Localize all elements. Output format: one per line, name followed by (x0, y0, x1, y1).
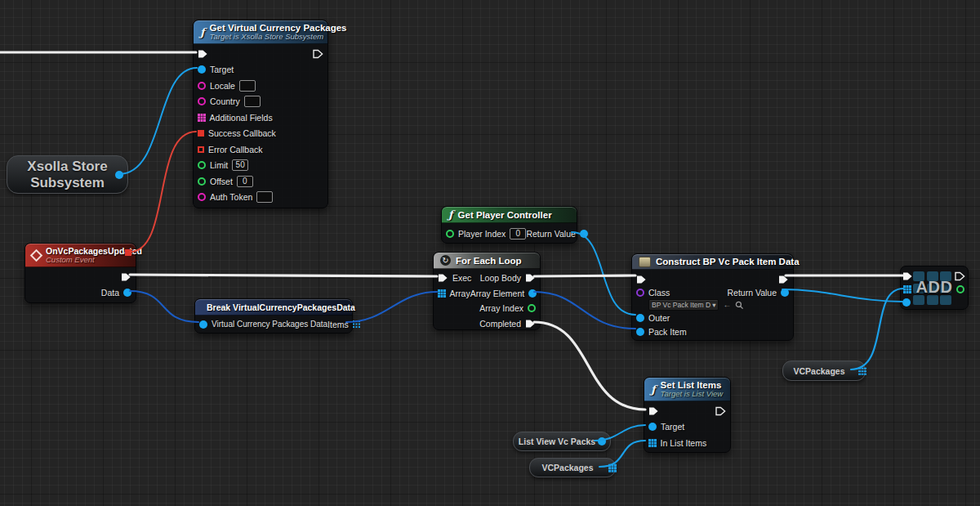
use-selected-icon[interactable]: ← (723, 301, 731, 309)
data-out-pin[interactable] (123, 289, 131, 297)
completed-exec-pin[interactable] (525, 319, 536, 329)
limit-input[interactable]: 50 (232, 159, 248, 171)
node-construct-bp-vc-pack-item-data[interactable]: Construct BP Vc Pack Item Data Class Ret… (631, 253, 794, 341)
exec-out-pin[interactable] (121, 272, 131, 282)
class-dropdown[interactable]: BP Vc Pack Item D▾ (648, 299, 719, 311)
exec-out-pin[interactable] (715, 406, 726, 416)
node-vcpackages-getter-bottom[interactable]: VCPackages (529, 458, 616, 477)
pack-item-pin[interactable] (636, 328, 644, 336)
exec-in-pin[interactable] (636, 275, 647, 284)
array-element-pin[interactable] (528, 289, 537, 298)
variable-label: VCPackages (793, 366, 844, 376)
exec-in-pin[interactable] (648, 406, 659, 416)
success-callback-delegate-pin[interactable] (198, 130, 204, 137)
variable-label: VCPackages (541, 463, 593, 472)
class-pin[interactable] (636, 289, 644, 297)
target-pin[interactable] (648, 423, 657, 431)
error-callback-delegate-pin[interactable] (198, 146, 204, 153)
node-set-list-items[interactable]: ƒ Set List Items Target is List View Tar… (644, 377, 731, 453)
wire-exec-loopbody-to-construct[interactable] (534, 275, 635, 276)
class-dropdown-value: BP Vc Pack Item D (652, 301, 710, 309)
wire-vcpackages-to-add-array[interactable] (851, 289, 903, 369)
player-index-input[interactable]: 0 (510, 228, 526, 240)
pin-label: Country (210, 96, 240, 106)
list-view-output-pin[interactable] (598, 437, 606, 446)
node-on-vc-packages-updated[interactable]: OnVcPackagesUpdated Custom Event Data (24, 243, 136, 303)
node-header: Break VirtualCurrencyPackagesData (195, 299, 352, 316)
node-header: Construct BP Vc Pack Item Data (632, 254, 793, 270)
offset-input[interactable]: 0 (237, 176, 253, 187)
auth-token-pin[interactable] (198, 193, 206, 201)
exec-in-pin[interactable] (198, 49, 208, 59)
node-subtitle: Target is Xsolla Store Subsystem (210, 33, 347, 41)
node-xsolla-store-subsystem[interactable]: Xsolla Store Subsystem (7, 155, 128, 194)
new-item-pin[interactable] (902, 298, 911, 307)
wire-playercontroller-to-outer[interactable] (572, 232, 635, 315)
exec-out-pin[interactable] (313, 49, 323, 59)
player-index-pin[interactable] (446, 230, 454, 238)
node-header: ↻ For Each Loop (434, 253, 540, 269)
wire-xsolla-to-target[interactable] (119, 68, 197, 174)
wire-break-items-to-foreach-array[interactable] (346, 292, 437, 322)
loop-body-exec-pin[interactable] (525, 273, 536, 283)
auth-token-input[interactable] (256, 191, 273, 203)
pin-label: In List Items (661, 438, 707, 448)
country-input[interactable] (244, 96, 261, 107)
pin-label: Class (648, 288, 670, 298)
pin-label: Array Index (479, 303, 523, 313)
pin-label: Error Callback (208, 145, 263, 154)
array-index-pin[interactable] (528, 304, 536, 312)
node-header: OnVcPackagesUpdated Custom Event (25, 244, 136, 267)
subsystem-output-pin[interactable] (115, 171, 123, 179)
items-array-out-pin[interactable] (353, 320, 355, 323)
exec-out-pin[interactable] (955, 271, 965, 281)
exec-row (194, 46, 327, 62)
wire-exec-event-to-foreach[interactable] (130, 275, 437, 276)
pin-label: Pack Item (648, 327, 687, 337)
additional-fields-array-pin[interactable] (198, 114, 200, 116)
node-for-each-loop[interactable]: ↻ For Each Loop Exec Loop Body Array Arr… (433, 252, 541, 330)
target-array-pin[interactable] (903, 285, 906, 288)
function-icon: ƒ (200, 26, 205, 38)
locale-input[interactable] (239, 80, 256, 92)
node-array-add[interactable]: ADD (900, 266, 969, 310)
node-vcpackages-getter-top[interactable]: VCPackages (782, 360, 866, 381)
wire-delegate-event-to-success-callback[interactable] (130, 132, 196, 252)
wire-data-to-break-input[interactable] (130, 291, 198, 322)
browse-icon[interactable] (735, 301, 744, 310)
vcpackages-array-out-pin[interactable] (858, 367, 861, 369)
return-value-pin[interactable] (781, 289, 789, 297)
pin-label: Target (661, 422, 684, 432)
limit-pin[interactable] (198, 161, 206, 169)
exec-in-pin[interactable] (902, 271, 913, 281)
pin-label: Data (101, 288, 119, 298)
pin-label: Auth Token (210, 192, 252, 202)
node-break-virtual-currency-packages-data[interactable]: Break VirtualCurrencyPackagesData Virtua… (194, 298, 353, 334)
event-delegate-pin[interactable] (125, 249, 131, 256)
exec-in-pin[interactable] (438, 273, 448, 283)
blueprint-graph-canvas[interactable]: ƒ Get Virtual Currency Packages Target i… (0, 0, 980, 506)
pin-label: Array Element (470, 289, 525, 298)
array-in-pin[interactable] (438, 289, 440, 292)
wire-exec-completed-to-setlistitems[interactable] (534, 322, 645, 410)
offset-pin[interactable] (198, 177, 206, 186)
country-pin[interactable] (198, 97, 206, 105)
pin-label: Offset (210, 177, 233, 186)
in-list-items-array-pin[interactable] (648, 439, 651, 441)
node-get-player-controller[interactable]: ƒ Get Player Controller Player Index0 Re… (441, 206, 577, 244)
locale-pin[interactable] (198, 82, 206, 90)
node-list-view-vc-packs-getter[interactable]: List View Vc Packs (513, 432, 611, 451)
node-get-virtual-currency-packages[interactable]: ƒ Get Virtual Currency Packages Target i… (193, 20, 328, 208)
outer-pin[interactable] (636, 314, 644, 322)
exec-out-pin[interactable] (778, 275, 789, 284)
pin-label: Player Index (458, 229, 506, 239)
struct-input-pin[interactable] (199, 320, 207, 329)
return-value-pin[interactable] (580, 230, 588, 238)
target-pin[interactable] (198, 65, 206, 74)
pin-label: Success Callback (208, 128, 276, 138)
return-index-pin[interactable] (956, 285, 964, 293)
wire-arrayelement-to-packitem[interactable] (534, 292, 635, 329)
custom-event-icon (30, 249, 43, 262)
wire-returnvalue-to-add-item[interactable] (782, 289, 903, 302)
vcpackages-array-out-pin[interactable] (608, 464, 611, 467)
